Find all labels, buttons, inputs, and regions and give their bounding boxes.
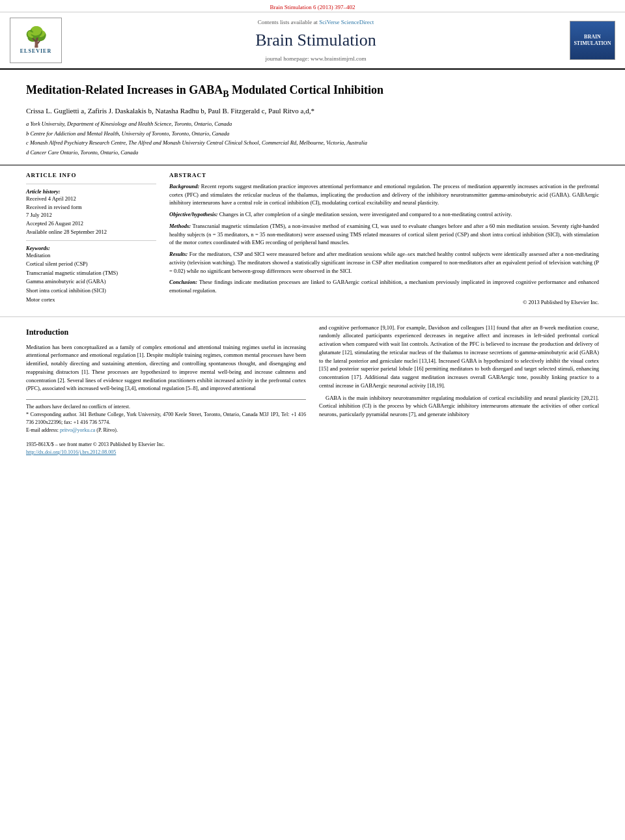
history-label: Article history: xyxy=(26,188,156,195)
abstract-header: ABSTRACT xyxy=(169,172,599,178)
abstract-objective: Objective/hypothesis: Changes in CI, aft… xyxy=(169,210,599,219)
results-label: Results: xyxy=(169,251,188,257)
conclusion-label: Conclusion: xyxy=(169,279,197,285)
footnote-email-link[interactable]: pritvo@yorku.ca xyxy=(60,427,95,433)
affiliation-a: a York University, Department of Kinesio… xyxy=(26,120,599,128)
elsevier-brand-text: ELSEVIER xyxy=(20,48,51,54)
journal-header: 🌳 ELSEVIER Contents lists available at S… xyxy=(0,12,625,70)
accepted-text: Accepted 26 August 2012 xyxy=(26,219,156,228)
affiliation-b: b Centre for Addiction and Mental Health… xyxy=(26,130,599,138)
page-container: Brain Stimulation 6 (2013) 397–402 🌳 ELS… xyxy=(0,0,625,463)
keyword-1: Meditation xyxy=(26,252,50,259)
issn-bar: 1935-861X/$ – see front matter © 2013 Pu… xyxy=(26,441,306,456)
article-main-title: Meditation-Related Increases in GABAB Mo… xyxy=(26,83,599,100)
title-prefix: Meditation-Related Increases in GABA xyxy=(26,83,223,96)
journal-homepage: journal homepage: www.brainstimjrnl.com xyxy=(266,55,367,62)
article-title-section: Meditation-Related Increases in GABAB Mo… xyxy=(0,70,625,165)
keyword-3: Transcranial magnetic stimulation (TMS) xyxy=(26,270,118,276)
objective-text: Changes in CI, after completion of a sin… xyxy=(219,211,512,217)
journal-title-area: Contents lists available at SciVerse Sci… xyxy=(72,18,560,63)
article-info-col: ARTICLE INFO Article history: Received 4… xyxy=(26,172,156,310)
methods-label: Methods: xyxy=(169,223,191,229)
keyword-5: Short intra cortical inhibition (SICI) xyxy=(26,287,106,294)
background-label: Background: xyxy=(169,183,199,189)
footnote-2: * Corresponding author. 341 Bethune Coll… xyxy=(26,411,306,427)
abstract-text: Background: Recent reports suggest medit… xyxy=(169,182,599,307)
elsevier-logo: 🌳 ELSEVIER xyxy=(10,18,62,63)
conclusion-text: These findings indicate meditation proce… xyxy=(169,279,599,294)
brain-stim-logo: BRAINSTIMULATION xyxy=(570,21,615,60)
affiliation-d: d Cancer Care Ontario, Toronto, Ontario,… xyxy=(26,148,599,157)
copyright-line: © 2013 Published by Elsevier Inc. xyxy=(169,298,599,307)
authors-line: Crissa L. Guglietti a, Zafiris J. Daskal… xyxy=(26,107,599,115)
citation-text: Brain Stimulation 6 (2013) 397–402 xyxy=(270,4,355,10)
homepage-text: journal homepage: www.brainstimjrnl.com xyxy=(266,55,367,62)
background-text: Recent reports suggest meditation practi… xyxy=(169,183,599,206)
intro-body-text-right: and cognitive performance [9,10]. For ex… xyxy=(319,324,599,419)
keyword-2: Cortical silent period (CSP) xyxy=(26,260,88,267)
footnote-1: The authors have declared no conflicts o… xyxy=(26,403,306,411)
elsevier-tree-icon: 🌳 xyxy=(24,27,48,47)
divider-1 xyxy=(26,184,156,184)
article-info-abstract-area: ARTICLE INFO Article history: Received 4… xyxy=(0,165,625,317)
journal-citation-bar: Brain Stimulation 6 (2013) 397–402 xyxy=(0,0,625,12)
abstract-methods: Methods: Transcranial magnetic stimulati… xyxy=(169,222,599,247)
brain-stim-logo-text: BRAINSTIMULATION xyxy=(574,34,611,48)
received-revised-text: Received in revised form xyxy=(26,203,156,212)
keyword-6: Motor cortex xyxy=(26,296,55,303)
keywords-label: Keywords: xyxy=(26,245,156,251)
abstract-col: ABSTRACT Background: Recent reports sugg… xyxy=(169,172,599,310)
sciverse-prefix: Contents lists available at xyxy=(258,19,318,25)
abstract-background: Background: Recent reports suggest medit… xyxy=(169,182,599,207)
results-text: For the meditators, CSP and SICI were me… xyxy=(169,251,599,274)
intro-para-right-1: and cognitive performance [9,10]. For ex… xyxy=(319,324,599,390)
sciverse-link[interactable]: SciVerse ScienceDirect xyxy=(319,19,374,25)
article-info-header: ARTICLE INFO xyxy=(26,172,156,178)
divider-2 xyxy=(26,240,156,241)
body-col-right: and cognitive performance [9,10]. For ex… xyxy=(319,324,599,457)
issn-text: 1935-861X/$ – see front matter © 2013 Pu… xyxy=(26,441,165,447)
available-text: Available online 28 September 2012 xyxy=(26,228,156,236)
body-col-left: Introduction Meditation has been concept… xyxy=(26,324,306,457)
objective-label: Objective/hypothesis: xyxy=(169,211,218,217)
footnote-area: The authors have declared no conflicts o… xyxy=(26,399,306,434)
journal-main-title: Brain Stimulation xyxy=(255,31,376,50)
revised-date-text: 7 July 2012 xyxy=(26,211,156,219)
footnote-email-suffix: (P. Ritvo). xyxy=(96,427,118,433)
keywords-list: Meditation Cortical silent period (CSP) … xyxy=(26,251,156,305)
footnote-email-prefix: E-mail address: xyxy=(26,427,60,433)
brain-stim-logo-area: BRAINSTIMULATION xyxy=(566,18,618,63)
keyword-4: Gamma aminobutyric acid (GABA) xyxy=(26,278,106,285)
methods-text: Transcranial magnetic stimulation (TMS),… xyxy=(169,223,599,246)
abstract-results: Results: For the meditators, CSP and SIC… xyxy=(169,250,599,275)
intro-para-1: Meditation has been conceptualized as a … xyxy=(26,343,306,393)
sciverse-line: Contents lists available at SciVerse Sci… xyxy=(258,19,374,25)
doi-link[interactable]: http://dx.doi.org/10.1016/j.brs.2012.08.… xyxy=(26,449,116,455)
intro-para-right-2: GABA is the main inhibitory neurotransmi… xyxy=(319,394,599,419)
footnote-3: E-mail address: pritvo@yorku.ca (P. Ritv… xyxy=(26,427,306,434)
title-suffix: Modulated Cortical Inhibition xyxy=(229,83,384,96)
body-content: Introduction Meditation has been concept… xyxy=(0,317,625,464)
received-text: Received 4 April 2012 xyxy=(26,195,156,203)
intro-body-text-left: Meditation has been conceptualized as a … xyxy=(26,343,306,393)
affiliation-c: c Monash Alfred Psychiatry Research Cent… xyxy=(26,139,599,147)
elsevier-logo-area: 🌳 ELSEVIER xyxy=(7,18,65,63)
abstract-conclusion: Conclusion: These findings indicate medi… xyxy=(169,278,599,295)
introduction-title: Introduction xyxy=(26,326,306,338)
title-gaba-sub: B xyxy=(223,89,229,99)
